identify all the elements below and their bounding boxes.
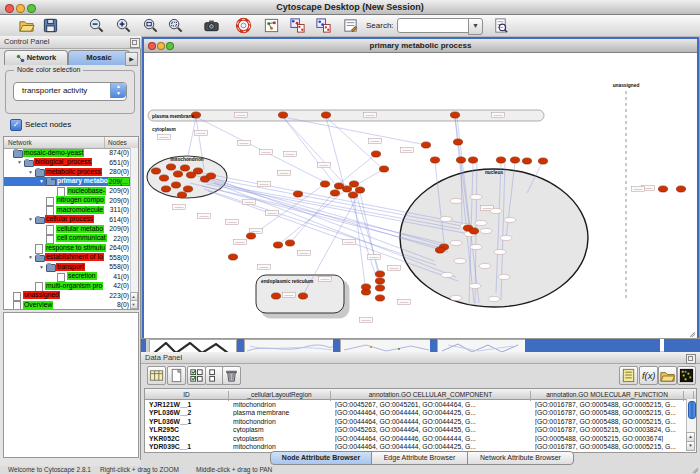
tree-row-macromolecule[interactable]: macromolecule311(0) xyxy=(4,205,138,215)
tree-column-network[interactable]: Network xyxy=(8,139,32,146)
graph-node[interactable] xyxy=(658,186,667,192)
tree-row-nucleobase-[interactable]: nucleobase-209(0) xyxy=(4,186,138,196)
app-resize-grip[interactable] xyxy=(690,464,700,474)
graph-node[interactable] xyxy=(538,158,547,164)
graph-node[interactable] xyxy=(375,278,384,284)
tab-node-attribute-browser[interactable]: Node Attribute Browser xyxy=(270,451,372,465)
region-plasma-membrane[interactable] xyxy=(148,110,544,121)
background-window-fragment[interactable] xyxy=(340,339,432,352)
snapshot-icon[interactable] xyxy=(203,17,221,35)
table-row-ypl036w__2[interactable]: YPL036W__2plasma membrane[GO:0044464, GO… xyxy=(145,409,685,418)
graph-node[interactable] xyxy=(180,165,189,171)
network-canvas[interactable]: plasma membranecytoplasmmitochondrionnuc… xyxy=(144,53,695,336)
graph-node[interactable] xyxy=(371,151,380,157)
scroll-down-icon[interactable]: ▼ xyxy=(130,300,138,309)
open-file-icon[interactable] xyxy=(18,17,36,35)
graph-node[interactable] xyxy=(456,157,465,163)
graph-node[interactable] xyxy=(450,112,459,118)
float-panel-icon[interactable] xyxy=(130,38,140,48)
scroll-down-icon[interactable]: ▼ xyxy=(686,441,695,451)
graph-node[interactable] xyxy=(173,171,182,177)
formula-builder-icon[interactable]: f(x) xyxy=(639,366,658,385)
tree-row-metabolic-process[interactable]: ▼metabolic process280(0) xyxy=(4,167,138,177)
graph-node[interactable] xyxy=(348,192,357,198)
tab-scroll-right-icon[interactable]: ▶ xyxy=(125,52,138,66)
graph-node[interactable] xyxy=(271,293,280,299)
background-window-fragment[interactable] xyxy=(244,339,335,352)
background-window-fragment[interactable] xyxy=(149,339,237,352)
graph-node[interactable] xyxy=(321,112,330,118)
expander-icon[interactable]: ▼ xyxy=(39,264,44,270)
expander-icon[interactable]: ▼ xyxy=(17,159,22,165)
tree-row-response-to-stimulu[interactable]: response to stimulu264(0) xyxy=(4,243,138,253)
attribute-list-icon[interactable] xyxy=(619,366,638,385)
background-window-fragment[interactable] xyxy=(437,339,527,352)
graph-node[interactable] xyxy=(676,186,685,192)
table-scrollbar[interactable]: ▲ ▼ xyxy=(686,399,696,451)
import-attributes-icon[interactable] xyxy=(658,366,677,385)
graph-node[interactable] xyxy=(469,228,478,234)
graph-node[interactable] xyxy=(166,164,175,170)
table-row-ypl036w__1[interactable]: YPL036W__1mitochondrion[GO:0044464, GO:0… xyxy=(145,417,685,426)
graph-node[interactable] xyxy=(375,271,384,277)
attribute-select-icon[interactable] xyxy=(147,366,166,385)
graph-node[interactable] xyxy=(421,142,430,148)
graph-node[interactable] xyxy=(342,186,351,192)
zoom-fit-icon[interactable] xyxy=(142,17,160,35)
table-row-ylr295c[interactable]: YLR295Ccytoplasm[GO:0045263, GO:0044464,… xyxy=(145,426,685,435)
network-view-window[interactable]: primary metabolic process plasma membran… xyxy=(142,37,699,340)
window-resize-grip[interactable] xyxy=(687,328,697,338)
graph-node[interactable] xyxy=(468,157,477,163)
graph-node[interactable] xyxy=(522,158,531,164)
graph-node[interactable] xyxy=(496,157,505,163)
data-panel-toggle-icon[interactable] xyxy=(315,17,333,35)
tree-row-cellular-process[interactable]: ▼cellular process614(0) xyxy=(4,215,138,225)
annotation-tool-icon[interactable] xyxy=(342,17,360,35)
attribute-create-icon[interactable] xyxy=(167,366,186,385)
graph-node[interactable] xyxy=(278,112,287,118)
tab-network[interactable]: Network xyxy=(4,50,68,65)
graph-edge[interactable] xyxy=(194,175,444,246)
zoom-region-icon[interactable] xyxy=(167,17,185,35)
tab-edge-attribute-browser[interactable]: Edge Attribute Browser xyxy=(371,451,468,465)
tree-row-biological-process[interactable]: ▼biological_process651(0) xyxy=(4,158,138,168)
graph-node[interactable] xyxy=(246,233,255,239)
graph-node[interactable] xyxy=(171,182,180,188)
graph-node[interactable] xyxy=(159,175,168,181)
tree-row-overview[interactable]: Overview8(0) xyxy=(4,300,138,310)
expander-icon[interactable]: ▼ xyxy=(28,169,33,175)
column-header-id[interactable]: ID xyxy=(145,391,229,401)
node-color-combobox[interactable]: transporter activity ▲▼ xyxy=(13,82,127,101)
search-dropdown-button[interactable]: ▼ xyxy=(468,18,483,35)
column-header-region[interactable]: _cellularLayoutRegion xyxy=(229,391,331,401)
graph-node[interactable] xyxy=(285,240,294,246)
tree-row-nitrogen-compo[interactable]: nitrogen compo209(0) xyxy=(4,196,138,206)
tree-row-multi-organism-pro[interactable]: multi-organism pro42(0) xyxy=(4,281,138,291)
graph-node[interactable] xyxy=(330,190,339,196)
column-header-molecular-function[interactable]: annotation.GO MOLECULAR_FUNCTION xyxy=(531,391,684,401)
help-icon[interactable] xyxy=(235,17,253,35)
graph-node[interactable] xyxy=(435,247,444,253)
tab-mosaic[interactable]: Mosaic xyxy=(68,50,130,65)
graph-node[interactable] xyxy=(151,168,160,174)
zoom-in-icon[interactable] xyxy=(115,17,133,35)
graph-edge[interactable] xyxy=(251,184,325,236)
tree-row-secretion[interactable]: secretion41(0) xyxy=(4,272,138,282)
control-panel-toggle-icon[interactable] xyxy=(289,17,307,35)
select-all-attributes-icon[interactable] xyxy=(187,366,206,385)
expander-icon[interactable]: ▼ xyxy=(28,216,33,222)
expander-icon[interactable]: ▼ xyxy=(39,178,44,184)
graph-node[interactable] xyxy=(453,139,462,145)
tree-row-mosaic-demo-yeast[interactable]: mosaic-demo-yeast874(0) xyxy=(4,148,138,158)
tree-row-cellular-metabo[interactable]: cellular metabo209(0) xyxy=(4,224,138,234)
graph-edge[interactable] xyxy=(339,154,376,184)
graph-node[interactable] xyxy=(293,191,302,197)
birdseye-overview-panel[interactable] xyxy=(3,312,139,458)
table-row-yjr121w__1[interactable]: YJR121W__1mitochondrion[GO:0045267, GO:0… xyxy=(145,400,685,409)
tree-row-transport[interactable]: ▼transport558(0) xyxy=(4,262,138,272)
cytopanel-overview-icon[interactable] xyxy=(263,17,281,35)
advanced-search-icon[interactable] xyxy=(492,17,510,35)
tree-row-establishment-of-lo[interactable]: ▼establishment of lo558(0) xyxy=(4,253,138,263)
search-input[interactable] xyxy=(398,25,468,36)
graph-edge[interactable] xyxy=(210,177,434,261)
